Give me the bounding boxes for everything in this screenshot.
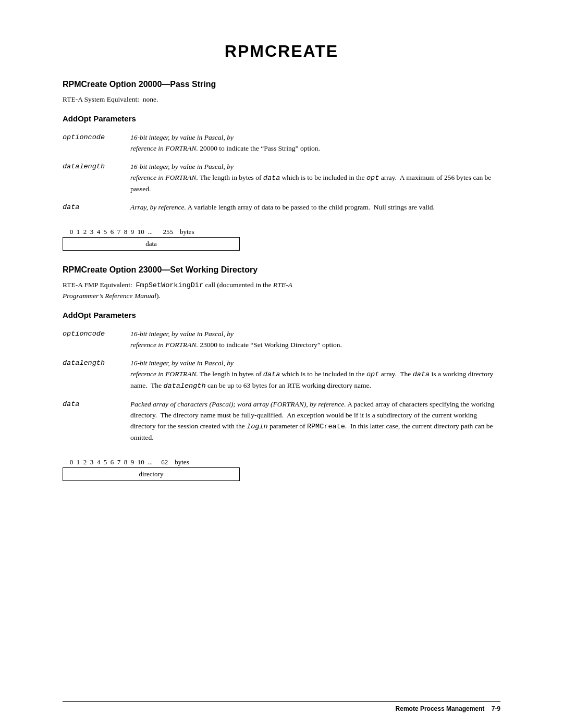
addopt-heading-1: AddOpt Parameters [63, 114, 500, 123]
param-name-optioncode-2: optioncode [63, 327, 130, 356]
param-desc-data-2: Packed array of characters (Pascal); wor… [130, 397, 500, 449]
byte-label-row-2: 0 1 2 3 4 5 6 7 8 9 10 ... 62 bytes [63, 458, 500, 466]
param-desc-optioncode-1: 16-bit integer, by value in Pascal, byre… [130, 130, 500, 159]
byte-diagram-2: 0 1 2 3 4 5 6 7 8 9 10 ... 62 bytes dire… [63, 458, 500, 481]
byte-box-1: data [63, 237, 240, 251]
param-row-optioncode-1: optioncode 16-bit integer, by value in P… [63, 130, 500, 159]
byte-box-2: directory [63, 467, 240, 481]
param-row-optioncode-2: optioncode 16-bit integer, by value in P… [63, 327, 500, 356]
param-name-optioncode-1: optioncode [63, 130, 130, 159]
byte-diagram-1: 0 1 2 3 4 5 6 7 8 9 10 ... 255 bytes dat… [63, 228, 500, 251]
param-name-data-2: data [63, 397, 130, 449]
param-desc-datalength-1: 16-bit integer, by value in Pascal, byre… [130, 159, 500, 200]
param-table-1: optioncode 16-bit integer, by value in P… [63, 130, 500, 218]
footer: Remote Process Management 7-9 [63, 701, 500, 712]
param-row-data-2: data Packed array of characters (Pascal)… [63, 397, 500, 449]
section-pass-string: RPMCreate Option 20000—Pass String RTE-A… [63, 80, 500, 251]
rte-equiv-2: RTE-A FMP Equivalent: FmpSetWorkingDir c… [63, 280, 500, 302]
addopt-heading-2: AddOpt Parameters [63, 311, 500, 319]
footer-text: Remote Process Management 7-9 [396, 705, 500, 712]
param-row-datalength-1: datalength 16-bit integer, by value in P… [63, 159, 500, 200]
param-table-2: optioncode 16-bit integer, by value in P… [63, 327, 500, 448]
section-set-working-dir: RPMCreate Option 23000—Set Working Direc… [63, 265, 500, 481]
footer-right: 7-9 [492, 705, 500, 712]
section-heading-1: RPMCreate Option 20000—Pass String [63, 80, 500, 89]
param-name-datalength-2: datalength [63, 356, 130, 397]
param-desc-data-1: Array, by reference. A variable length a… [130, 200, 500, 218]
param-row-data-1: data Array, by reference. A variable len… [63, 200, 500, 218]
param-name-data-1: data [63, 200, 130, 218]
footer-left: Remote Process Management [396, 705, 485, 712]
rte-equiv-1: RTE-A System Equivalent: none. [63, 94, 500, 105]
page-title: RPMCREATE [63, 42, 500, 61]
page: RPMCREATE RPMCreate Option 20000—Pass St… [0, 0, 563, 728]
param-name-datalength-1: datalength [63, 159, 130, 200]
param-desc-optioncode-2: 16-bit integer, by value in Pascal, byre… [130, 327, 500, 356]
section-heading-2: RPMCreate Option 23000—Set Working Direc… [63, 265, 500, 275]
byte-label-row-1: 0 1 2 3 4 5 6 7 8 9 10 ... 255 bytes [63, 228, 500, 236]
param-desc-datalength-2: 16-bit integer, by value in Pascal, byre… [130, 356, 500, 397]
param-row-datalength-2: datalength 16-bit integer, by value in P… [63, 356, 500, 397]
